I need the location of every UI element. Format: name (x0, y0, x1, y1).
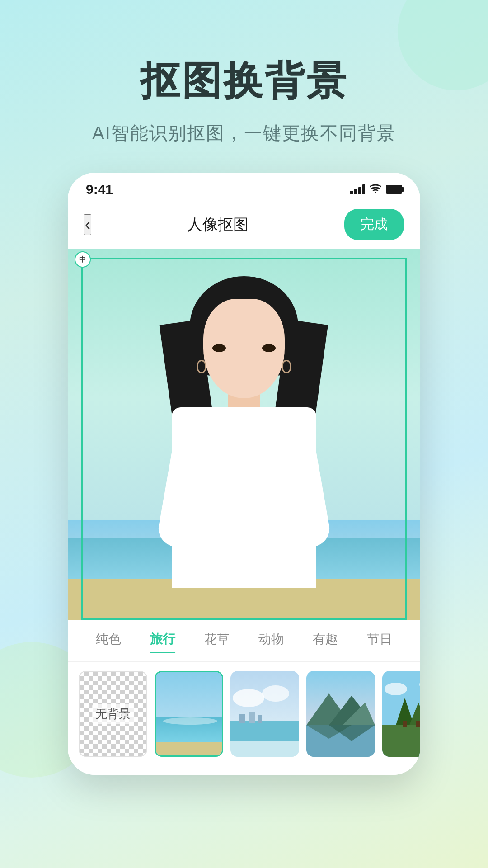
category-tabs: 纯色 旅行 花草 动物 有趣 节日 (68, 631, 420, 662)
svg-rect-10 (239, 714, 245, 723)
svg-point-0 (375, 192, 376, 193)
tab-pure-color[interactable]: 纯色 (96, 631, 121, 652)
svg-point-8 (233, 689, 264, 707)
eye-right (262, 344, 276, 352)
tab-animals[interactable]: 动物 (258, 631, 284, 652)
crop-handle[interactable]: 中 (75, 251, 91, 268)
svg-rect-3 (156, 742, 223, 757)
portrait-figure (136, 258, 352, 620)
thumb-beach-preview (156, 672, 222, 755)
bg-thumbnails: 无背景 (68, 662, 420, 766)
done-button[interactable]: 完成 (344, 209, 404, 240)
signal-icon (350, 184, 365, 194)
battery-icon (386, 185, 402, 194)
status-icons (350, 183, 402, 196)
svg-point-4 (163, 717, 217, 725)
tab-flora[interactable]: 花草 (204, 631, 230, 652)
phone-mockup: 9:41 (68, 173, 420, 775)
earring-left (197, 360, 206, 373)
eyes (212, 344, 276, 352)
wifi-icon (370, 183, 381, 196)
svg-rect-12 (258, 715, 262, 723)
thumb-forest[interactable] (382, 671, 420, 757)
bottom-toolbar: 纯色 旅行 花草 动物 有趣 节日 (68, 620, 420, 775)
tab-holiday[interactable]: 节日 (367, 631, 392, 652)
body-shoulders (172, 407, 316, 588)
status-bar: 9:41 (68, 173, 420, 202)
svg-rect-21 (382, 725, 420, 757)
eye-left (212, 344, 226, 352)
app-topbar: ‹ 人像抠图 完成 (68, 202, 420, 249)
phone-container: 9:41 (0, 173, 488, 775)
app-title: 人像抠图 (187, 214, 249, 235)
earring-right (282, 360, 291, 373)
svg-rect-11 (249, 712, 255, 723)
thumb-no-bg[interactable]: 无背景 (79, 671, 147, 757)
tab-travel[interactable]: 旅行 (150, 631, 175, 652)
thumb-sea[interactable] (230, 671, 299, 757)
svg-rect-25 (403, 721, 407, 727)
svg-rect-26 (416, 721, 420, 727)
thumb-mountain[interactable] (306, 671, 375, 757)
svg-rect-7 (230, 741, 299, 757)
person-body (158, 276, 330, 620)
svg-point-9 (262, 685, 289, 702)
sub-title: AI智能识别抠图，一键更换不同背景 (0, 121, 488, 146)
svg-point-28 (385, 683, 407, 695)
status-time: 9:41 (86, 182, 113, 197)
no-bg-label: 无背景 (92, 704, 134, 724)
photo-area: 中 (68, 249, 420, 620)
svg-rect-6 (230, 721, 299, 743)
thumb-beach[interactable] (155, 671, 223, 757)
tab-fun[interactable]: 有趣 (313, 631, 338, 652)
back-button[interactable]: ‹ (84, 214, 91, 235)
face (203, 299, 285, 398)
